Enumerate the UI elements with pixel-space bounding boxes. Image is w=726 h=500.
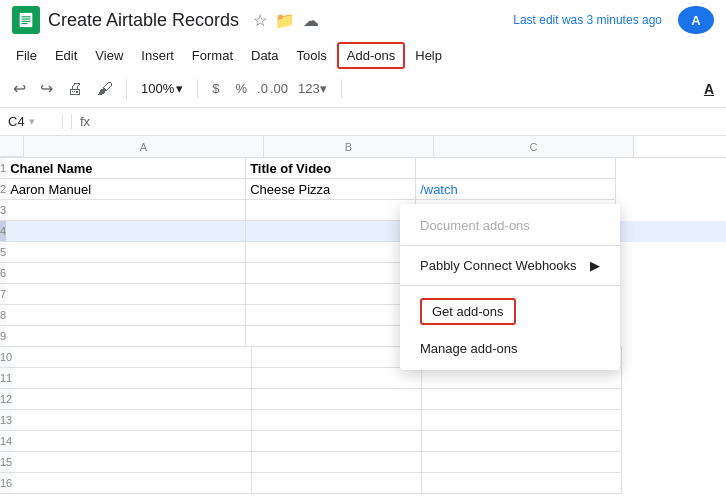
col-header-b[interactable]: B <box>264 136 434 157</box>
document-addons-item: Document add-ons <box>400 210 620 241</box>
cell-a10[interactable] <box>12 347 252 368</box>
pabbly-item[interactable]: Pabbly Connect Webhooks ▶ <box>400 250 620 281</box>
cell-a16[interactable] <box>12 473 252 494</box>
cell-b14[interactable] <box>252 431 422 452</box>
table-row: 14 <box>0 431 726 452</box>
cell-b2[interactable]: Cheese Pizza <box>246 179 416 200</box>
menu-bar: File Edit View Insert Format Data Tools … <box>0 40 726 70</box>
cell-a14[interactable] <box>12 431 252 452</box>
cell-b9[interactable] <box>246 326 416 347</box>
svg-rect-2 <box>22 19 31 20</box>
menu-help[interactable]: Help <box>407 44 450 67</box>
formula-bar: C4 ▾ fx <box>0 108 726 136</box>
cell-b12[interactable] <box>252 389 422 410</box>
menu-tools[interactable]: Tools <box>288 44 334 67</box>
cell-b10[interactable] <box>252 347 422 368</box>
cell-a3[interactable] <box>6 200 246 221</box>
cell-a12[interactable] <box>12 389 252 410</box>
get-addons-label: Get add-ons <box>420 298 516 325</box>
decimal-more[interactable]: .00 <box>270 81 288 96</box>
svg-rect-1 <box>22 16 31 17</box>
table-row: 2 Aaron Manuel Cheese Pizza /watch <box>0 179 726 200</box>
cell-c14[interactable] <box>422 431 622 452</box>
percent-button[interactable]: % <box>229 78 253 99</box>
redo-button[interactable]: ↪ <box>35 76 58 101</box>
cell-c16[interactable] <box>422 473 622 494</box>
table-row: 12 <box>0 389 726 410</box>
row-header-15: 15 <box>0 452 12 473</box>
cloud-icon[interactable]: ☁ <box>303 11 319 30</box>
menu-data[interactable]: Data <box>243 44 286 67</box>
cell-a6[interactable] <box>6 263 246 284</box>
more-formats-button[interactable]: 123▾ <box>292 78 333 99</box>
addons-dropdown: Document add-ons Pabbly Connect Webhooks… <box>400 204 620 370</box>
col-header-a[interactable]: A <box>24 136 264 157</box>
toolbar: ↩ ↪ 🖨 🖌 100% ▾ $ % .0 .00 123▾ A <box>0 70 726 108</box>
cell-b4[interactable] <box>246 221 416 242</box>
avatar: A <box>678 6 714 34</box>
table-row: 1 Chanel Name Title of Video <box>0 158 726 179</box>
menu-view[interactable]: View <box>87 44 131 67</box>
spreadsheet-container: A B C 1 Chanel Name Title of Video 2 Aar <box>0 136 726 500</box>
cell-a7[interactable] <box>6 284 246 305</box>
cell-c2[interactable]: /watch <box>416 179 616 200</box>
menu-insert[interactable]: Insert <box>133 44 182 67</box>
cell-b3[interactable] <box>246 200 416 221</box>
folder-icon[interactable]: 📁 <box>275 11 295 30</box>
cell-b1[interactable]: Title of Video <box>246 158 416 179</box>
cell-a11[interactable] <box>12 368 252 389</box>
cell-a15[interactable] <box>12 452 252 473</box>
cell-c1[interactable] <box>416 158 616 179</box>
star-icon[interactable]: ☆ <box>253 11 267 30</box>
cell-b13[interactable] <box>252 410 422 431</box>
cell-c12[interactable] <box>422 389 622 410</box>
cell-a9[interactable] <box>6 326 246 347</box>
row-header-11: 11 <box>0 368 12 389</box>
toolbar-separator-1 <box>126 79 127 99</box>
corner-cell <box>0 136 24 157</box>
zoom-control[interactable]: 100% ▾ <box>135 79 189 98</box>
row-header-16: 16 <box>0 473 12 494</box>
row-header-10: 10 <box>0 347 12 368</box>
cell-b8[interactable] <box>246 305 416 326</box>
paint-format-button[interactable]: 🖌 <box>92 77 118 101</box>
font-controls: A <box>700 79 718 99</box>
table-row: 15 <box>0 452 726 473</box>
zoom-chevron: ▾ <box>176 81 183 96</box>
table-row: 13 <box>0 410 726 431</box>
menu-file[interactable]: File <box>8 44 45 67</box>
decimal-less[interactable]: .0 <box>257 81 268 96</box>
col-header-c[interactable]: C <box>434 136 634 157</box>
cell-c15[interactable] <box>422 452 622 473</box>
cell-b15[interactable] <box>252 452 422 473</box>
manage-addons-item[interactable]: Manage add-ons <box>400 333 620 364</box>
cell-a4[interactable] <box>6 221 246 242</box>
title-bar: Create Airtable Records ☆ 📁 ☁ Last edit … <box>0 0 726 40</box>
submenu-arrow: ▶ <box>590 258 600 273</box>
cell-a5[interactable] <box>6 242 246 263</box>
cell-b5[interactable] <box>246 242 416 263</box>
dropdown-divider-1 <box>400 245 620 246</box>
cell-b6[interactable] <box>246 263 416 284</box>
cell-b16[interactable] <box>252 473 422 494</box>
cell-b11[interactable] <box>252 368 422 389</box>
underline-bold-icon[interactable]: A <box>700 79 718 99</box>
cell-reference[interactable]: C4 ▾ <box>8 114 63 129</box>
row-header-14: 14 <box>0 431 12 452</box>
currency-button[interactable]: $ <box>206 78 225 99</box>
cell-a2[interactable]: Aaron Manuel <box>6 179 246 200</box>
cell-a8[interactable] <box>6 305 246 326</box>
menu-edit[interactable]: Edit <box>47 44 85 67</box>
cell-c13[interactable] <box>422 410 622 431</box>
cell-c11[interactable] <box>422 368 622 389</box>
menu-addons[interactable]: Add-ons <box>337 42 405 69</box>
format-numbers: .0 .00 <box>257 81 288 96</box>
cell-b7[interactable] <box>246 284 416 305</box>
cell-a1[interactable]: Chanel Name <box>6 158 246 179</box>
undo-button[interactable]: ↩ <box>8 76 31 101</box>
cell-a13[interactable] <box>12 410 252 431</box>
get-addons-item[interactable]: Get add-ons <box>400 290 620 333</box>
print-button[interactable]: 🖨 <box>62 77 88 101</box>
toolbar-separator-3 <box>341 79 342 99</box>
menu-format[interactable]: Format <box>184 44 241 67</box>
